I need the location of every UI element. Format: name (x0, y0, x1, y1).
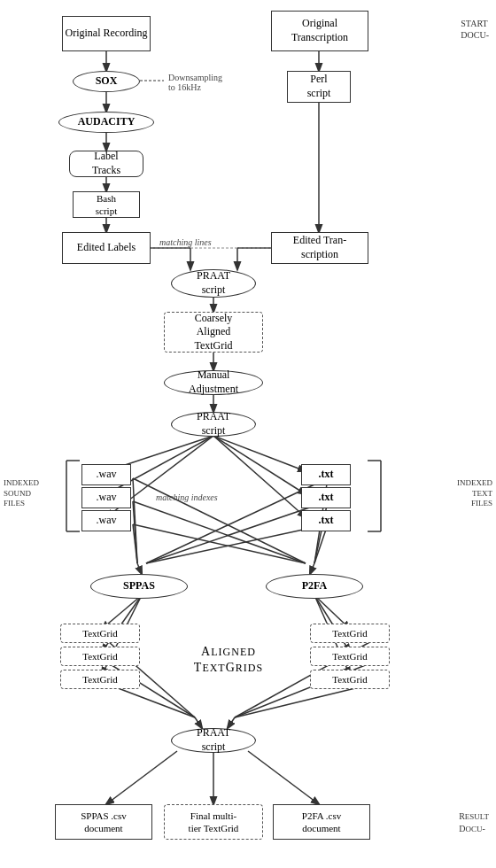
downsampling-label: Downsamplingto 16kHz (168, 73, 222, 92)
praat-script-1-node: PRAATscript (171, 269, 256, 298)
coarsely-aligned-node: CoarselyAlignedTextGrid (164, 312, 263, 353)
svg-line-18 (213, 436, 306, 494)
p2fa-tg-3-node: TextGrid (310, 670, 390, 689)
edited-transcription-label: Edited Tran-scription (293, 234, 346, 261)
p2fa-tg-1-node: TextGrid (310, 624, 390, 643)
wav-1-label: .wav (97, 468, 117, 482)
bash-script-node: Bashscript (73, 191, 140, 218)
sox-node: SOX (73, 71, 140, 92)
svg-line-23 (137, 563, 142, 574)
bash-script-label: Bashscript (96, 192, 117, 218)
perl-script-node: Perlscript (287, 71, 351, 103)
result-doc-label: RESULTDOCU- (459, 810, 489, 834)
txt-3-label: .txt (319, 514, 334, 528)
svg-line-48 (106, 751, 177, 804)
txt-1-node: .txt (301, 464, 351, 485)
txt-2-node: .txt (301, 487, 351, 508)
svg-line-27 (133, 478, 306, 563)
praat-script-2-label: PRAATscript (197, 410, 230, 438)
p2fa-csv-node: P2FA .csvdocument (273, 804, 370, 840)
wav-3-label: .wav (97, 514, 117, 528)
edited-labels-label: Edited Labels (77, 241, 136, 255)
svg-line-50 (248, 751, 319, 804)
svg-line-21 (133, 501, 137, 563)
p2fa-tg-2-node: TextGrid (310, 647, 390, 666)
wav-3-node: .wav (81, 510, 131, 531)
svg-line-22 (133, 524, 137, 563)
audacity-node: AUDACITY (58, 112, 154, 133)
start-doc-label: STARTDOCU- (461, 18, 489, 41)
aligned-textgrids-label: ALIGNED TEXTGRIDS (158, 643, 299, 675)
manual-adjustment-node: ManualAdjustment (164, 370, 263, 395)
label-tracks-node: LabelTracks (69, 151, 143, 177)
wav-2-label: .wav (97, 491, 117, 505)
original-recording-node: Original Recording (62, 16, 151, 51)
sppas-csv-node: SPPAS .csvdocument (55, 804, 152, 840)
original-recording-label: Original Recording (66, 27, 148, 41)
svg-line-19 (213, 436, 306, 517)
indexed-sound-label: INDEXED SOUND FILES (4, 478, 64, 509)
svg-line-29 (133, 524, 306, 563)
praat-script-3-label: PRAATscript (197, 726, 230, 754)
sppas-label: SPPAS (123, 579, 155, 593)
original-transcription-node: OriginalTranscription (271, 11, 368, 51)
wav-2-node: .wav (81, 487, 131, 508)
audacity-label: AUDACITY (78, 115, 136, 129)
final-multi-node: Final multi-tier TextGrid (164, 804, 263, 840)
label-tracks-label: LabelTracks (92, 150, 120, 177)
sppas-node: SPPAS (90, 574, 188, 599)
p2fa-node: P2FA (266, 574, 363, 599)
p2fa-label: P2FA (302, 579, 327, 593)
txt-1-label: .txt (319, 468, 334, 482)
edited-labels-node: Edited Labels (62, 232, 151, 264)
coarsely-aligned-label: CoarselyAlignedTextGrid (194, 312, 232, 353)
praat-script-3-node: PRAATscript (171, 728, 256, 753)
svg-line-17 (213, 436, 306, 471)
perl-script-label: Perlscript (307, 73, 331, 100)
diagram-container: Original Recording OriginalTranscription… (0, 0, 496, 868)
sppas-tg-1-node: TextGrid (60, 624, 140, 643)
original-transcription-label: OriginalTranscription (291, 17, 348, 44)
indexed-text-label: INDEXED TEXT FILES (432, 478, 492, 509)
sppas-tg-2-node: TextGrid (60, 647, 140, 666)
praat-script-1-label: PRAATscript (197, 269, 230, 297)
manual-adjustment-label: ManualAdjustment (189, 368, 238, 396)
svg-line-33 (310, 563, 314, 574)
svg-line-28 (133, 501, 306, 563)
matching-indexes-label: matching indexes (156, 492, 218, 502)
sppas-tg-3-node: TextGrid (60, 670, 140, 689)
txt-2-label: .txt (319, 491, 334, 505)
txt-3-node: .txt (301, 510, 351, 531)
svg-line-20 (133, 478, 137, 563)
sox-label: SOX (96, 74, 118, 89)
wav-1-node: .wav (81, 464, 131, 485)
matching-lines-label: matching lines (159, 237, 212, 247)
edited-transcription-node: Edited Tran-scription (271, 232, 368, 264)
praat-script-2-node: PRAATscript (171, 412, 256, 437)
